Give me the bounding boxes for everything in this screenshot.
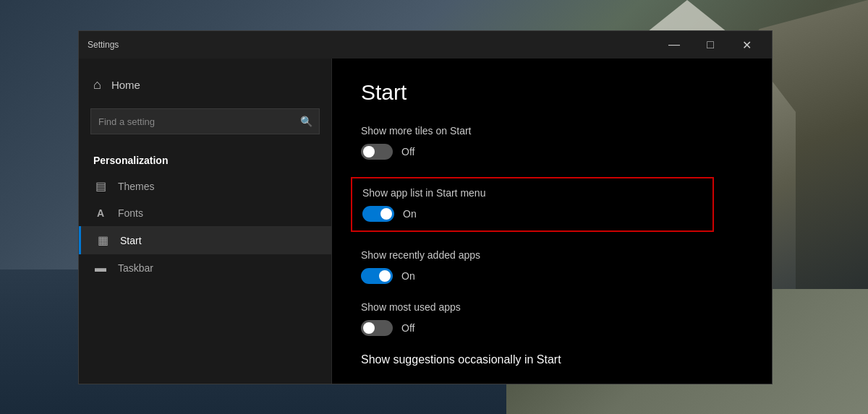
sidebar-item-taskbar[interactable]: ▬ Taskbar [79, 254, 331, 282]
toggle-state-show-more-tiles: Off [401, 146, 414, 158]
themes-icon: ▤ [93, 179, 108, 193]
toggle-state-show-most-used: Off [401, 322, 414, 334]
setting-show-app-list: Show app list in Start menu On [351, 177, 714, 232]
sidebar-item-themes-label: Themes [118, 181, 155, 192]
setting-show-recently-added: Show recently added apps On [361, 249, 743, 284]
toggle-show-most-used[interactable] [361, 320, 393, 336]
toggle-show-recently-added[interactable] [361, 268, 393, 284]
toggle-thumb-show-more-tiles [363, 146, 375, 158]
sidebar-item-taskbar-label: Taskbar [118, 262, 153, 274]
title-bar-left: Settings [88, 40, 119, 50]
toggle-row-show-recently-added: On [361, 268, 743, 284]
setting-show-app-list-label: Show app list in Start menu [362, 187, 702, 199]
toggle-thumb-show-most-used [363, 322, 375, 334]
sidebar-item-themes[interactable]: ▤ Themes [79, 172, 331, 200]
toggle-show-app-list[interactable] [362, 206, 394, 222]
minimize-button[interactable]: — [658, 34, 691, 56]
main-content: Start Show more tiles on Start Off Show … [332, 59, 772, 384]
toggle-state-show-app-list: On [403, 208, 417, 220]
fonts-icon: A [93, 207, 108, 219]
sidebar-item-fonts-label: Fonts [118, 207, 143, 219]
sidebar-item-home[interactable]: ⌂ Home [79, 70, 331, 100]
toggle-row-show-more-tiles: Off [361, 144, 743, 160]
section-label: Personalization [79, 143, 331, 172]
toggle-row-show-most-used: Off [361, 320, 743, 336]
setting-show-recently-added-label: Show recently added apps [361, 249, 743, 261]
maximize-button[interactable]: □ [694, 34, 727, 56]
start-icon: ▦ [95, 233, 110, 247]
toggle-thumb-show-app-list [380, 208, 392, 220]
page-title: Start [361, 80, 743, 105]
search-container: 🔍 [90, 108, 320, 134]
sidebar-item-start-label: Start [120, 235, 142, 246]
home-icon: ⌂ [93, 77, 101, 92]
search-icon: 🔍 [300, 116, 312, 127]
setting-show-more-tiles-label: Show more tiles on Start [361, 125, 743, 137]
sidebar-item-fonts[interactable]: A Fonts [79, 200, 331, 226]
bottom-hint: Show suggestions occasionally in Start [361, 353, 743, 366]
setting-show-most-used-label: Show most used apps [361, 301, 743, 313]
search-input[interactable] [90, 108, 320, 134]
close-button[interactable]: ✕ [730, 34, 763, 56]
toggle-show-more-tiles[interactable] [361, 144, 393, 160]
sidebar-item-start[interactable]: ▦ Start [79, 226, 331, 254]
window-body: ⌂ Home 🔍 Personalization ▤ Themes A Font… [79, 59, 772, 384]
title-bar-controls: — □ ✕ [658, 34, 763, 56]
settings-title: Settings [88, 40, 119, 50]
home-label: Home [111, 79, 140, 91]
settings-window: Settings — □ ✕ ⌂ Home 🔍 Personalization [78, 30, 773, 384]
toggle-state-show-recently-added: On [401, 270, 415, 282]
toggle-thumb-show-recently-added [379, 270, 391, 282]
setting-show-most-used: Show most used apps Off [361, 301, 743, 336]
taskbar-icon: ▬ [93, 262, 108, 275]
setting-show-more-tiles: Show more tiles on Start Off [361, 125, 743, 160]
title-bar: Settings — □ ✕ [79, 31, 772, 59]
sidebar: ⌂ Home 🔍 Personalization ▤ Themes A Font… [79, 59, 332, 384]
toggle-row-show-app-list: On [362, 206, 702, 222]
